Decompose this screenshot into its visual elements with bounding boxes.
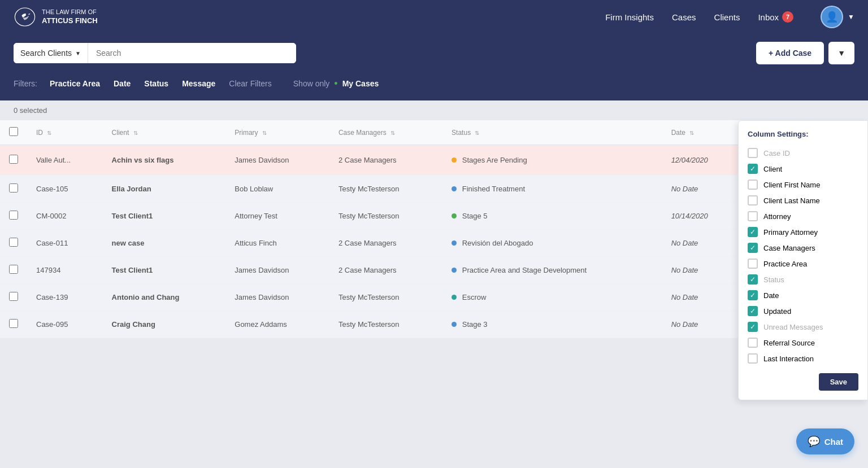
sort-icon: ⇅ xyxy=(262,130,267,136)
column-settings-save-button[interactable]: Save xyxy=(819,373,858,391)
sort-icon: ⇅ xyxy=(475,130,479,136)
column-checkbox[interactable] xyxy=(748,195,758,205)
th-case-managers[interactable]: Case Managers ⇅ xyxy=(329,120,442,145)
column-label: Updated xyxy=(763,307,791,316)
row-checkbox-cell xyxy=(0,284,27,311)
cell-client: Ella Jordan xyxy=(103,176,226,203)
cell-date: 12/04/2020 xyxy=(662,145,741,176)
nav-inbox[interactable]: Inbox 7 xyxy=(758,11,793,23)
column-settings-item[interactable]: ✓ Updated xyxy=(748,303,858,319)
my-cases-label[interactable]: My Cases xyxy=(342,79,379,88)
row-checkbox[interactable] xyxy=(9,183,18,193)
status-dot-icon xyxy=(452,213,457,218)
column-settings-item[interactable]: Practice Area xyxy=(748,256,858,272)
select-all-checkbox[interactable] xyxy=(9,127,18,136)
column-checkbox[interactable]: ✓ xyxy=(748,227,758,237)
filter-status[interactable]: Status xyxy=(138,76,174,91)
search-input[interactable] xyxy=(88,43,296,63)
column-checkbox[interactable] xyxy=(748,338,758,348)
th-date[interactable]: Date ⇅ xyxy=(662,120,741,145)
th-primary[interactable]: Primary ⇅ xyxy=(225,120,329,145)
row-checkbox[interactable] xyxy=(9,211,18,220)
nav-cases[interactable]: Cases xyxy=(672,12,696,22)
cell-id: Case-139 xyxy=(27,284,103,311)
column-checkbox[interactable] xyxy=(748,211,758,221)
column-checkbox[interactable]: ✓ xyxy=(748,306,758,316)
row-checkbox[interactable] xyxy=(9,292,18,301)
main-content: 0 selected ID ⇅ Client ⇅ xyxy=(0,100,868,338)
column-settings-item[interactable]: Last Interaction xyxy=(748,351,858,366)
avatar[interactable]: 👤 xyxy=(821,6,843,28)
chat-button[interactable]: 💬 Chat xyxy=(796,428,854,454)
column-checkbox[interactable]: ✓ xyxy=(748,164,758,174)
filter-date[interactable]: Date xyxy=(108,76,136,91)
nav-clients[interactable]: Clients xyxy=(714,12,740,22)
cell-client: Craig Chang xyxy=(103,311,226,338)
column-settings-item: ✓ Status xyxy=(748,272,858,287)
column-settings-item[interactable]: ✓ Date xyxy=(748,287,858,303)
column-label: Client First Name xyxy=(763,181,820,189)
column-checkbox[interactable]: ✓ xyxy=(748,243,758,253)
row-checkbox[interactable] xyxy=(9,155,18,164)
column-settings-item: ✓ Unread Messages xyxy=(748,319,858,335)
add-case-button[interactable]: + Add Case xyxy=(756,42,824,64)
cell-client: Achin vs six flags xyxy=(103,145,226,176)
sort-icon: ⇅ xyxy=(47,130,51,136)
column-settings-item[interactable]: Attorney xyxy=(748,208,858,224)
column-label: Primary Attorney xyxy=(763,228,818,237)
cell-managers: Testy McTesterson xyxy=(329,311,442,338)
status-dot-icon xyxy=(452,240,457,246)
add-case-dropdown-button[interactable]: ▼ xyxy=(828,42,854,64)
cell-status: Stage 5 xyxy=(442,203,662,230)
cell-status: Revisión del Abogado xyxy=(442,230,662,257)
status-dot-icon xyxy=(452,158,457,163)
row-checkbox-cell xyxy=(0,230,27,257)
column-settings-item[interactable]: ✓ Client xyxy=(748,161,858,177)
column-checkbox[interactable]: ✓ xyxy=(748,290,758,300)
clear-filters-button[interactable]: Clear Filters xyxy=(223,76,277,91)
cell-id: Case-105 xyxy=(27,176,103,203)
row-checkbox-cell xyxy=(0,203,27,230)
filters-area: Filters: Practice Area Date Status Messa… xyxy=(0,76,868,100)
filter-practice-area[interactable]: Practice Area xyxy=(44,76,106,91)
cell-status: Escrow xyxy=(442,284,662,311)
cell-date: No Date xyxy=(662,176,741,203)
column-checkbox[interactable] xyxy=(748,180,758,190)
svg-point-1 xyxy=(26,14,28,15)
sort-icon: ⇅ xyxy=(689,130,694,136)
column-checkbox: ✓ xyxy=(748,274,758,285)
nav-firm-insights[interactable]: Firm Insights xyxy=(605,12,654,22)
column-label: Status xyxy=(763,275,784,284)
column-settings-item[interactable]: ✓ Primary Attorney xyxy=(748,224,858,240)
cell-id: CM-0002 xyxy=(27,203,103,230)
search-clients-button[interactable]: Search Clients ▼ xyxy=(14,43,88,63)
th-client[interactable]: Client ⇅ xyxy=(103,120,226,145)
cell-id: Valle Aut... xyxy=(27,145,103,176)
filter-message[interactable]: Message xyxy=(176,76,221,91)
th-id[interactable]: ID ⇅ xyxy=(27,120,103,145)
cell-date: No Date xyxy=(662,284,741,311)
cell-managers: Testy McTesterson xyxy=(329,176,442,203)
column-checkbox[interactable] xyxy=(748,259,758,269)
row-checkbox-cell xyxy=(0,257,27,284)
cell-primary: Bob Loblaw xyxy=(225,176,329,203)
row-checkbox[interactable] xyxy=(9,265,18,274)
column-checkbox[interactable] xyxy=(748,353,758,364)
column-settings-item[interactable]: Client First Name xyxy=(748,177,858,193)
column-settings-item[interactable]: ✓ Case Managers xyxy=(748,240,858,256)
show-only-section[interactable]: Show only • My Cases xyxy=(293,78,379,90)
column-label: Case Managers xyxy=(763,244,815,252)
show-only-dot-icon: • xyxy=(334,78,337,90)
cell-primary: Gomez Addams xyxy=(225,311,329,338)
column-settings-item[interactable]: Client Last Name xyxy=(748,193,858,208)
search-area: Search Clients ▼ + Add Case ▼ xyxy=(0,34,868,76)
cell-managers: Testy McTesterson xyxy=(329,203,442,230)
chevron-down-icon[interactable]: ▼ xyxy=(848,13,854,21)
row-checkbox[interactable] xyxy=(9,238,18,247)
th-status[interactable]: Status ⇅ xyxy=(442,120,662,145)
cell-primary: Atticus Finch xyxy=(225,230,329,257)
column-label: Practice Area xyxy=(763,260,807,268)
column-settings-item: Case ID xyxy=(748,145,858,161)
column-settings-item[interactable]: Referral Source xyxy=(748,335,858,351)
row-checkbox[interactable] xyxy=(9,319,18,328)
